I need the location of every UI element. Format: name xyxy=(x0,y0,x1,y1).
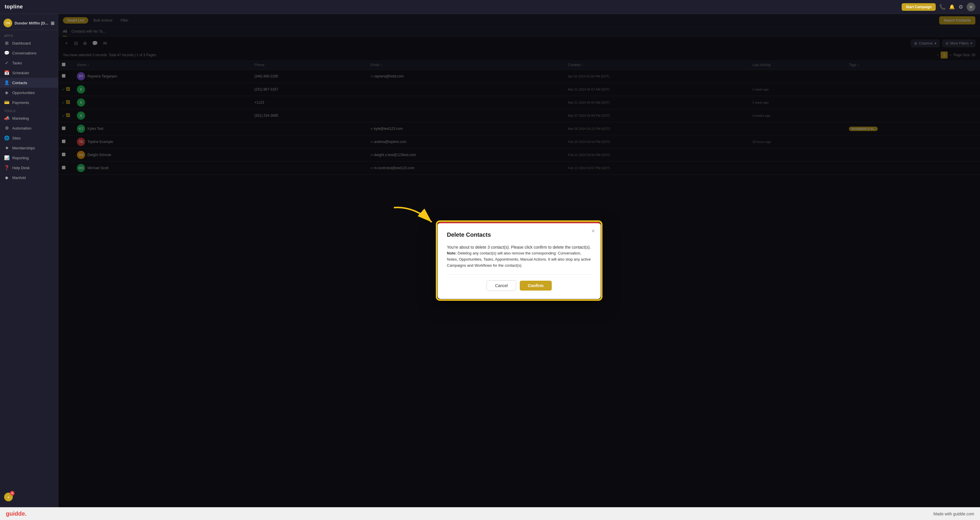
scheduler-icon: 📅 xyxy=(4,70,10,75)
made-with-text: Made with guidde.com xyxy=(933,512,974,516)
modal-body-text: You're about to delete 3 contact(s). Ple… xyxy=(447,244,591,250)
topbar: topline Start Campaign 📞 🔔 ⚙ U xyxy=(0,0,980,14)
sidebar-item-tasks[interactable]: ✓ Tasks xyxy=(0,58,58,68)
sidebar-item-scheduler[interactable]: 📅 Scheduler xyxy=(0,68,58,78)
sidebar: DM Dunder Mifflin [D... ⊞ Apps ⊞ Dashboa… xyxy=(0,14,58,507)
bottom-bar: guidde. Made with guidde.com xyxy=(0,507,980,520)
app-logo: topline xyxy=(5,4,23,10)
arrow-svg xyxy=(385,205,443,234)
cancel-button[interactable]: Cancel xyxy=(487,281,516,291)
modal-note: Note: Deleting any contact(s) will also … xyxy=(447,250,591,268)
sidebar-item-label: Memberships xyxy=(12,146,35,150)
apps-section-label: Apps xyxy=(0,32,58,38)
guidde-logo: guidde. xyxy=(6,510,27,517)
sidebar-item-label: Opportunities xyxy=(12,90,35,95)
opportunities-icon: ◈ xyxy=(4,90,10,95)
sidebar-item-automation[interactable]: ⚙ Automation xyxy=(0,123,58,133)
modal-note-text: Deleting any contact(s) will also remove… xyxy=(447,251,591,268)
notification-bell[interactable]: 🔔 xyxy=(949,4,955,10)
sidebar-item-label: Sites xyxy=(12,136,21,140)
reporting-icon: 📊 xyxy=(4,155,10,160)
helpdesk-icon: ❓ xyxy=(4,165,10,170)
sidebar-item-label: Conversations xyxy=(12,51,37,55)
modal-body: You're about to delete 3 contact(s). Ple… xyxy=(447,244,591,269)
sidebar-item-marketing[interactable]: 📣 Marketing xyxy=(0,113,58,123)
content-area: Smart List Bulk Actions Filter Import Co… xyxy=(58,14,980,507)
tasks-icon: ✓ xyxy=(4,60,10,65)
workspace-avatar: DM xyxy=(3,19,12,27)
delete-contacts-modal: Delete Contacts × You're about to delete… xyxy=(438,222,601,299)
contacts-icon: 👤 xyxy=(4,80,10,85)
marketing-icon: 📣 xyxy=(4,116,10,121)
sidebar-item-conversations[interactable]: 💬 Conversations xyxy=(0,48,58,58)
automation-icon: ⚙ xyxy=(4,125,10,131)
sidebar-item-sites[interactable]: 🌐 Sites xyxy=(0,133,58,143)
settings-icon[interactable]: ⚙ xyxy=(958,4,963,10)
sidebar-item-label: Contacts xyxy=(12,81,27,85)
sites-icon: 🌐 xyxy=(4,135,10,141)
sidebar-item-label: Automation xyxy=(12,126,32,130)
modal-title: Delete Contacts xyxy=(447,231,591,238)
arrow-annotation xyxy=(385,205,443,235)
modal-overlay: Delete Contacts × You're about to delete… xyxy=(58,14,980,507)
conversations-icon: 💬 xyxy=(4,51,10,55)
main-layout: DM Dunder Mifflin [D... ⊞ Apps ⊞ Dashboa… xyxy=(0,14,980,507)
phone-icon[interactable]: 📞 xyxy=(939,4,946,10)
sidebar-item-contacts[interactable]: 👤 Contacts xyxy=(0,78,58,88)
dashboard-icon: ⊞ xyxy=(4,40,10,46)
sidebar-item-label: Dashboard xyxy=(12,41,31,45)
modal-wrapper: Delete Contacts × You're about to delete… xyxy=(438,222,601,299)
user-avatar[interactable]: U xyxy=(967,3,975,11)
notification-count: 8 xyxy=(10,491,14,496)
tools-section-label: Tools xyxy=(0,108,58,113)
sidebar-item-dashboard[interactable]: ⊞ Dashboard xyxy=(0,38,58,48)
modal-actions: Cancel Confirm xyxy=(447,281,591,291)
bottom-notification[interactable]: a 8 xyxy=(0,489,58,505)
sidebar-item-manfold[interactable]: ◆ Manfold xyxy=(0,173,58,182)
sidebar-item-opportunities[interactable]: ◈ Opportunities xyxy=(0,88,58,98)
bell-icon: 🔔 xyxy=(949,4,955,10)
topbar-right: Start Campaign 📞 🔔 ⚙ U xyxy=(902,3,975,11)
workspace-selector[interactable]: DM Dunder Mifflin [D... ⊞ xyxy=(0,16,58,30)
memberships-icon: ★ xyxy=(4,145,10,151)
sidebar-item-helpdesk[interactable]: ❓ Help Desk xyxy=(0,163,58,173)
sidebar-item-label: Scheduler xyxy=(12,71,29,75)
sidebar-item-reporting[interactable]: 📊 Reporting xyxy=(0,153,58,163)
start-campaign-button[interactable]: Start Campaign xyxy=(902,3,936,11)
workspace-expand-icon: ⊞ xyxy=(51,21,54,26)
payments-icon: 💳 xyxy=(4,100,10,105)
manfold-icon: ◆ xyxy=(4,175,10,180)
sidebar-item-payments[interactable]: 💳 Payments xyxy=(0,98,58,108)
sidebar-item-label: Reporting xyxy=(12,156,29,160)
sidebar-item-label: Marketing xyxy=(12,116,29,120)
modal-close-button[interactable]: × xyxy=(591,228,595,234)
sidebar-item-label: Manfold xyxy=(12,176,25,180)
sidebar-item-label: Payments xyxy=(12,100,29,105)
sidebar-item-label: Tasks xyxy=(12,61,22,65)
modal-note-label: Note: xyxy=(447,251,457,255)
confirm-button[interactable]: Confirm xyxy=(520,281,552,290)
workspace-name: Dunder Mifflin [D... xyxy=(14,21,48,25)
sidebar-item-memberships[interactable]: ★ Memberships xyxy=(0,143,58,153)
sidebar-item-label: Help Desk xyxy=(12,166,30,170)
